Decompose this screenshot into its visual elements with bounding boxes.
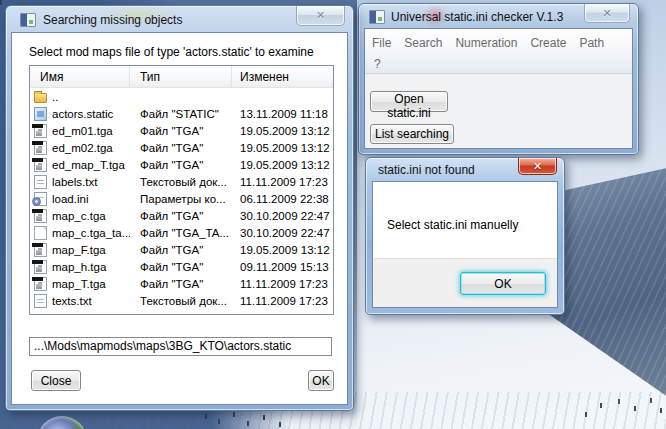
list-item[interactable]: map_h.tgaФайл "TGA"09.11.2009 15:13 bbox=[30, 258, 333, 275]
column-header-name[interactable]: Имя bbox=[30, 66, 130, 87]
tga-file-icon bbox=[34, 209, 47, 223]
file-type: Текстовый док... bbox=[130, 176, 232, 188]
menu-item-path[interactable]: Path bbox=[579, 36, 604, 50]
ini-file-icon bbox=[34, 192, 47, 206]
dialog-client-area: Select static.ini manuelly OK bbox=[373, 182, 557, 307]
file-modified: 19.05.2009 13:12 bbox=[232, 125, 333, 137]
window-searching-missing-objects: Searching missing objects ✕ Select mod m… bbox=[5, 5, 354, 411]
list-item[interactable]: map_T.tgaФайл "TGA"11.11.2009 17:23 bbox=[30, 275, 333, 292]
file-modified: 06.11.2009 22:38 bbox=[232, 193, 333, 205]
column-header-type[interactable]: Тип bbox=[130, 66, 232, 87]
file-modified: 19.05.2009 13:12 bbox=[232, 142, 333, 154]
tga-file-icon bbox=[34, 260, 47, 274]
file-type: Текстовый док... bbox=[130, 295, 232, 307]
list-searching-button[interactable]: List searching bbox=[370, 124, 454, 144]
file-name: labels.txt bbox=[52, 176, 97, 188]
list-item[interactable]: map_c.tgaФайл "TGA"30.10.2009 22:47 bbox=[30, 207, 333, 224]
file-name: load.ini bbox=[52, 193, 88, 205]
window-static-ini-checker: Universal static.ini checker V.1.3 ✕ Fil… bbox=[358, 3, 639, 155]
file-name: ed_m02.tga bbox=[52, 142, 113, 154]
file-type: Файл "TGA" bbox=[130, 125, 232, 137]
list-item[interactable]: actors.staticФайл "STATIC"13.11.2009 11:… bbox=[30, 105, 333, 122]
file-name: map_T.tga bbox=[52, 278, 106, 290]
open-static-ini-button[interactable]: Open static.ini bbox=[370, 91, 448, 112]
file-list: Имя Тип Изменен ..actors.staticФайл "STA… bbox=[29, 65, 334, 315]
text-file-icon bbox=[34, 294, 47, 308]
column-header-modified[interactable]: Изменен bbox=[232, 66, 333, 87]
app-icon bbox=[369, 10, 385, 24]
list-item[interactable]: .. bbox=[30, 88, 333, 105]
file-modified: 13.11.2009 11:18 bbox=[232, 108, 333, 120]
window-title: Searching missing objects bbox=[43, 13, 182, 27]
list-item[interactable]: ed_map_T.tgaФайл "TGA"19.05.2009 13:12 bbox=[30, 156, 333, 173]
list-item[interactable]: map_F.tgaФайл "TGA"19.05.2009 13:12 bbox=[30, 241, 333, 258]
window-title: Universal static.ini checker V.1.3 bbox=[391, 10, 563, 24]
title-bar: Searching missing objects ✕ bbox=[6, 6, 353, 33]
menu-item-create[interactable]: Create bbox=[530, 36, 566, 50]
list-item[interactable]: ed_m02.tgaФайл "TGA"19.05.2009 13:12 bbox=[30, 139, 333, 156]
tga-file-icon bbox=[34, 158, 47, 172]
file-name: .. bbox=[52, 91, 58, 103]
static-file-icon bbox=[34, 107, 47, 121]
menu-item-search[interactable]: Search bbox=[404, 36, 442, 50]
file-modified: 19.05.2009 13:12 bbox=[232, 159, 333, 171]
file-modified: 30.10.2009 22:47 bbox=[232, 227, 333, 239]
menu-row-2: ? bbox=[365, 51, 632, 72]
menu-item-help[interactable]: ? bbox=[374, 57, 381, 71]
title-bar: Universal static.ini checker V.1.3 ✕ bbox=[359, 4, 638, 29]
file-type: Файл "STATIC" bbox=[130, 108, 232, 120]
instruction-label: Select mod maps file of type 'actors.sta… bbox=[29, 45, 314, 59]
text-file-icon bbox=[34, 175, 47, 189]
close-icon[interactable]: ✕ bbox=[296, 6, 345, 26]
file-list-body: ..actors.staticФайл "STATIC"13.11.2009 1… bbox=[30, 88, 333, 309]
close-icon[interactable]: ✕ bbox=[584, 4, 630, 23]
menu-item-numeration[interactable]: Numeration bbox=[455, 36, 517, 50]
window-client-area: FileSearchNumerationCreatePath ? Open st… bbox=[365, 29, 632, 148]
dialog-message: Select static.ini manuelly bbox=[387, 218, 518, 232]
file-name: ed_map_T.tga bbox=[52, 159, 125, 171]
tga-file-icon bbox=[34, 243, 47, 257]
file-name: map_c.tga bbox=[52, 210, 106, 222]
desktop: Searching missing objects ✕ Select mod m… bbox=[0, 0, 666, 429]
list-header: Имя Тип Изменен bbox=[30, 66, 333, 88]
file-type: Файл "TGA" bbox=[130, 142, 232, 154]
file-type: Файл "TGA" bbox=[130, 278, 232, 290]
file-name: map_h.tga bbox=[52, 261, 106, 273]
dialog-title: static.ini not found bbox=[378, 163, 475, 177]
menu-item-file[interactable]: File bbox=[372, 36, 391, 50]
file-modified: 30.10.2009 22:47 bbox=[232, 210, 333, 222]
dialog-footer: OK bbox=[373, 258, 557, 307]
list-item[interactable]: ed_m01.tgaФайл "TGA"19.05.2009 13:12 bbox=[30, 122, 333, 139]
folder-icon bbox=[34, 93, 47, 103]
file-name: actors.static bbox=[52, 108, 113, 120]
list-item[interactable]: map_c.tga_ta...Файл "TGA_TA...30.10.2009… bbox=[30, 224, 333, 241]
file-type: Файл "TGA" bbox=[130, 244, 232, 256]
close-dialog-button[interactable]: Close bbox=[31, 370, 81, 391]
file-modified: 19.05.2009 13:12 bbox=[232, 244, 333, 256]
file-modified: 09.11.2009 15:13 bbox=[232, 261, 333, 273]
file-modified: 11.11.2009 17:23 bbox=[232, 295, 333, 307]
list-item[interactable]: load.iniПараметры ко...06.11.2009 22:38 bbox=[30, 190, 333, 207]
tga-file-icon bbox=[34, 141, 47, 155]
file-name: map_F.tga bbox=[52, 244, 106, 256]
app-icon bbox=[20, 13, 36, 27]
menu-row: FileSearchNumerationCreatePath bbox=[365, 29, 632, 51]
blank-file-icon bbox=[34, 226, 47, 240]
close-icon[interactable]: ✕ bbox=[518, 158, 557, 175]
list-item[interactable]: labels.txtТекстовый док...11.11.2009 17:… bbox=[30, 173, 333, 190]
ok-button[interactable]: OK bbox=[460, 272, 546, 295]
path-field[interactable]: ...\Mods\mapmods\maps\3BG_KTO\actors.sta… bbox=[29, 337, 332, 356]
list-item[interactable]: texts.txtТекстовый док...11.11.2009 17:2… bbox=[30, 292, 333, 309]
tga-file-icon bbox=[34, 277, 47, 291]
file-name: ed_m01.tga bbox=[52, 125, 113, 137]
tga-file-icon bbox=[34, 124, 47, 138]
file-type: Файл "TGA" bbox=[130, 159, 232, 171]
wallpaper-trees bbox=[0, 0, 2, 5]
title-bar: static.ini not found ✕ bbox=[366, 158, 564, 182]
file-type: Файл "TGA" bbox=[130, 261, 232, 273]
file-name: texts.txt bbox=[52, 295, 92, 307]
file-type: Файл "TGA" bbox=[130, 210, 232, 222]
file-name: map_c.tga_ta... bbox=[52, 227, 130, 239]
ok-button[interactable]: OK bbox=[308, 370, 334, 391]
menu-bar: FileSearchNumerationCreatePath ? bbox=[365, 29, 632, 74]
